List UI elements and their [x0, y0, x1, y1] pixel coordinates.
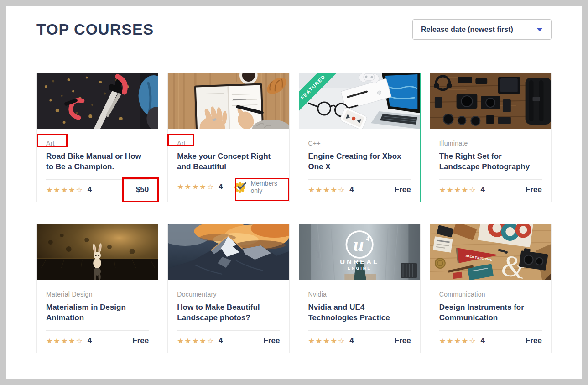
rating-value: 4: [219, 336, 223, 345]
design-flatlay-image: BACK TO SCHOOL &: [430, 224, 551, 280]
course-title[interactable]: The Right Set for Landscape Photography: [439, 151, 542, 172]
sort-dropdown-value: Release date (newest first): [421, 26, 513, 34]
course-card-footer: ★★★★☆ 4 Free: [46, 331, 149, 345]
course-rating: ★★★★☆ 4: [439, 185, 485, 194]
rating-value: 4: [480, 185, 484, 194]
course-title[interactable]: Engine Creating for Xbox One X: [308, 151, 411, 172]
course-rating: ★★★★☆ 4: [177, 182, 223, 192]
course-price: Free: [132, 336, 149, 345]
rating-value: 4: [349, 336, 354, 345]
course-card-footer: ★★★★☆ 4 Free: [177, 331, 280, 345]
course-card-documentary[interactable]: Documentary How to Make Beautiful Landsc…: [167, 224, 289, 353]
course-rating: ★★★★☆ 4: [439, 336, 485, 345]
course-price: Free: [395, 185, 411, 194]
course-card-footer: ★★★★☆ 4 $50: [46, 180, 149, 194]
course-card-footer: ★★★★☆ 4 Free: [439, 331, 542, 345]
course-rating: ★★★★☆ 4: [46, 185, 92, 194]
course-price: Free: [264, 336, 280, 345]
course-card-body: Documentary How to Make Beautiful Landsc…: [168, 280, 289, 353]
camera-gear-image: [430, 73, 551, 129]
course-card-footer: ★★★★☆ 4: [177, 174, 280, 194]
course-title[interactable]: Make your Concept Right and Beautiful: [177, 151, 280, 172]
top-courses-page: TOP COURSES Release date (newest first): [6, 6, 582, 379]
rating-value: 4: [480, 336, 484, 345]
course-grid: Art Road Bike Manual or How to Be a Cham…: [36, 73, 552, 353]
unreal-4-badge: 4: [366, 235, 369, 242]
course-rating: ★★★★☆ 4: [46, 336, 92, 345]
course-card-nvidia-ue4[interactable]: u 4 UNREAL ENGINE Nvidia Nvidia and UE4 …: [299, 224, 421, 353]
rating-value: 4: [88, 185, 92, 194]
course-title[interactable]: How to Make Beautiful Landscape photos?: [177, 302, 280, 323]
course-thumbnail: [37, 224, 158, 280]
course-card-material-design[interactable]: Material Design Materialism in Design An…: [36, 224, 158, 353]
course-category[interactable]: Documentary: [177, 291, 280, 298]
star-rating-icon: ★★★★☆: [439, 337, 477, 345]
course-card-footer: ★★★★☆ 4 Free: [308, 180, 411, 194]
rating-value: 4: [88, 336, 92, 345]
course-title[interactable]: Materialism in Design Animation: [46, 302, 149, 323]
course-card-body: Communication Design Instruments for Com…: [430, 280, 551, 353]
course-thumbnail: [168, 73, 289, 129]
star-rating-icon: ★★★★☆: [177, 182, 214, 191]
star-rating-icon: ★★★★☆: [308, 186, 346, 194]
star-rating-icon: ★★★★☆: [46, 337, 83, 345]
course-rating: ★★★★☆ 4: [308, 185, 354, 194]
course-card-body: Illuminate The Right Set for Landscape P…: [430, 129, 551, 202]
unreal-engine-image: u 4 UNREAL ENGINE: [299, 224, 420, 280]
course-card-communication[interactable]: BACK TO SCHOOL &: [430, 224, 552, 353]
course-card-body: C++ Engine Creating for Xbox One X ★★★★☆…: [299, 129, 420, 202]
course-category[interactable]: Nvidia: [308, 291, 411, 298]
course-card-footer: ★★★★☆ 4 Free: [439, 180, 542, 194]
course-thumbnail: BACK TO SCHOOL &: [430, 224, 551, 280]
course-card-body: Material Design Materialism in Design An…: [37, 280, 158, 353]
course-category[interactable]: Art: [46, 140, 149, 147]
course-card-xbox[interactable]: FEATURED C++ Engine Creating for Xbox On…: [299, 73, 421, 202]
mountain-sunset-image: [168, 224, 289, 280]
course-price: Free: [395, 336, 411, 345]
course-title[interactable]: Road Bike Manual or How to Be a Champion…: [46, 151, 149, 172]
course-card-photography-set[interactable]: Illuminate The Right Set for Landscape P…: [430, 73, 552, 202]
course-thumbnail: [430, 73, 551, 129]
course-thumbnail: FEATURED: [299, 73, 420, 129]
star-rating-icon: ★★★★☆: [46, 186, 83, 194]
course-price: $50: [136, 185, 149, 194]
course-price: Free: [526, 336, 542, 345]
bunny-render-image: [37, 224, 158, 280]
writing-notebook-image: [168, 73, 289, 129]
course-price: Free: [526, 185, 542, 194]
course-category[interactable]: Art: [177, 140, 280, 147]
course-rating: ★★★★☆ 4: [177, 336, 223, 345]
members-only-label: Members only: [251, 180, 280, 194]
course-thumbnail: u 4 UNREAL ENGINE: [299, 224, 420, 280]
course-rating: ★★★★☆ 4: [308, 336, 354, 345]
unreal-u-glyph: u: [353, 234, 364, 255]
rosette-check-icon: [234, 181, 248, 193]
course-title[interactable]: Nvidia and UE4 Technologies Practice: [308, 302, 411, 323]
star-rating-icon: ★★★★☆: [439, 186, 477, 194]
course-category[interactable]: Illuminate: [439, 140, 542, 147]
rating-value: 4: [219, 182, 223, 192]
page-title: TOP COURSES: [36, 21, 154, 38]
course-category[interactable]: Material Design: [46, 291, 149, 298]
course-category[interactable]: C++: [308, 140, 411, 147]
page-header: TOP COURSES Release date (newest first): [6, 6, 582, 41]
star-rating-icon: ★★★★☆: [177, 337, 214, 345]
course-thumbnail: [37, 73, 158, 129]
course-card-body: Art Make your Concept Right and Beautifu…: [168, 129, 289, 202]
course-card-road-bike[interactable]: Art Road Bike Manual or How to Be a Cham…: [36, 73, 158, 202]
course-thumbnail: [168, 224, 289, 280]
course-category[interactable]: Communication: [439, 291, 542, 298]
star-rating-icon: ★★★★☆: [308, 337, 346, 345]
course-card-body: Nvidia Nvidia and UE4 Technologies Pract…: [299, 280, 420, 353]
sort-dropdown[interactable]: Release date (newest first): [412, 19, 552, 40]
road-bike-image: [37, 73, 158, 129]
members-only-badge: Members only: [234, 180, 280, 194]
course-card-concept[interactable]: Art Make your Concept Right and Beautifu…: [167, 73, 289, 202]
course-card-footer: ★★★★☆ 4 Free: [308, 331, 411, 345]
rating-value: 4: [349, 185, 354, 194]
engine-wordmark: ENGINE: [348, 266, 371, 271]
unreal-wordmark: UNREAL: [340, 258, 379, 265]
course-card-body: Art Road Bike Manual or How to Be a Cham…: [37, 129, 158, 202]
chevron-down-icon: [536, 28, 543, 31]
course-title[interactable]: Design Instruments for Communication: [439, 302, 542, 323]
